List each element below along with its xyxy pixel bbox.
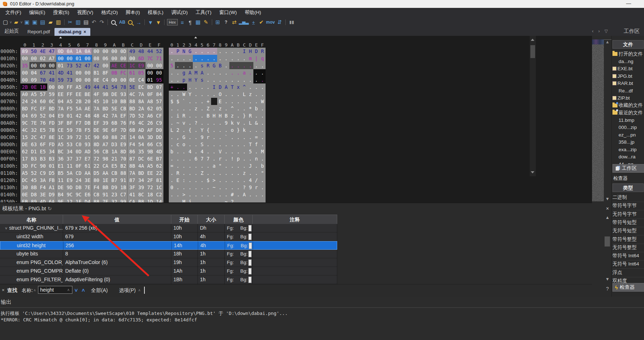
ascii-char[interactable]: . <box>253 91 259 98</box>
ascii-char[interactable]: A <box>241 191 247 198</box>
hex-byte[interactable]: E1 <box>56 162 65 169</box>
ascii-char[interactable]: M <box>181 198 187 202</box>
hex-byte[interactable]: 80 <box>92 177 101 184</box>
ascii-char[interactable]: . <box>217 184 223 191</box>
ascii-char[interactable]: . <box>211 69 217 76</box>
ascii-char[interactable]: . <box>193 112 199 119</box>
ascii-char[interactable]: H <box>217 112 223 119</box>
ascii-char[interactable]: . <box>175 76 181 83</box>
undo-icon[interactable]: ↶ <box>90 18 97 26</box>
find-options-button[interactable]: 选项(P) <box>119 287 136 294</box>
hex-byte[interactable]: 1E <box>74 198 83 202</box>
ascii-char[interactable]: . <box>175 184 181 191</box>
hex-byte[interactable]: 34 <box>137 177 146 184</box>
ascii-char[interactable]: > <box>181 191 187 198</box>
hex-byte[interactable]: 78 <box>119 83 128 91</box>
table-row[interactable]: ubyte bits818h1hFg:Bg: <box>0 250 337 258</box>
ascii-char[interactable]: E <box>175 177 181 184</box>
ascii-char[interactable]: . <box>193 162 199 169</box>
hex-byte[interactable]: 01 <box>47 162 56 169</box>
ascii-char[interactable]: . <box>211 55 217 62</box>
ascii-char[interactable]: . <box>259 76 266 83</box>
hex-byte[interactable]: 17 <box>20 155 29 162</box>
ascii-char[interactable]: . <box>229 91 235 98</box>
hex-byte[interactable]: 00 <box>119 76 128 83</box>
hex-byte[interactable]: 0F <box>74 162 83 169</box>
ascii-char[interactable]: I <box>211 83 217 91</box>
hex-byte[interactable]: FD <box>47 141 56 148</box>
ascii-char[interactable]: ` <box>181 98 187 105</box>
hex-byte[interactable]: C9 <box>38 169 47 177</box>
ascii-char[interactable]: x <box>235 83 241 91</box>
ascii-char[interactable]: . <box>229 184 235 191</box>
type-row-无符号 Int64[interactable]: 无符号 Int64 <box>612 260 644 269</box>
ascii-char[interactable]: . <box>175 105 181 112</box>
ascii-char[interactable]: . <box>211 148 217 155</box>
hex-byte[interactable]: B3 <box>47 155 56 162</box>
hex-byte[interactable]: 04 <box>29 69 38 76</box>
type-section-header[interactable]: 类型 <box>612 183 644 192</box>
hex-byte[interactable]: BD <box>101 105 110 112</box>
hex-byte[interactable]: 9D <box>65 184 74 191</box>
ascii-char[interactable]: m <box>247 55 253 62</box>
hex-byte[interactable]: 37 <box>74 155 83 162</box>
ascii-char[interactable]: . <box>229 48 235 55</box>
sidebar-item-11.bmp[interactable]: 11.bmp <box>612 117 644 124</box>
ascii-char[interactable]: . <box>229 98 235 105</box>
ascii-char[interactable]: W <box>181 91 187 98</box>
hex-byte[interactable]: 9C <box>65 191 74 198</box>
file-properties-icon[interactable]: ? <box>223 18 230 26</box>
disassembly-icon[interactable]: mov <box>266 18 275 26</box>
hex-byte[interactable]: E9 <box>137 62 146 69</box>
hex-byte[interactable]: 0F <box>146 91 154 98</box>
hex-byte[interactable]: 01 <box>74 55 83 62</box>
hex-byte[interactable]: DB <box>83 119 92 126</box>
hex-byte[interactable]: 72 <box>74 134 83 141</box>
hex-byte[interactable]: BC <box>56 148 65 155</box>
hex-byte[interactable]: A8 <box>146 98 154 105</box>
input-history-chevron-icon[interactable]: ˄ <box>67 288 70 292</box>
hex-byte[interactable]: FC <box>29 105 38 112</box>
ascii-char[interactable]: . <box>217 69 223 76</box>
ascii-char[interactable]: r <box>253 184 259 191</box>
type-row-浮点[interactable]: 浮点 <box>612 269 644 277</box>
ascii-char[interactable]: . <box>169 55 175 62</box>
hex-byte[interactable]: B1 <box>92 69 101 76</box>
menu-item-文件F[interactable]: 文件(F) <box>1 8 25 17</box>
ascii-char[interactable]: . <box>259 191 266 198</box>
ascii-char[interactable]: ! <box>229 155 235 162</box>
hex-byte[interactable]: 26 <box>146 119 154 126</box>
hex-byte[interactable]: 4D <box>38 198 47 202</box>
ascii-char[interactable]: . <box>253 148 259 155</box>
ascii-char[interactable]: . <box>187 55 193 62</box>
hex-byte[interactable]: 72 <box>92 155 101 162</box>
hex-byte[interactable]: 18 <box>146 191 154 198</box>
hex-byte[interactable]: 53 <box>65 141 74 148</box>
ascii-char[interactable]: . <box>199 98 205 105</box>
hex-byte[interactable]: 41 <box>47 69 56 76</box>
ascii-char[interactable]: . <box>199 162 205 169</box>
hex-byte[interactable]: 91 <box>119 177 128 184</box>
type-row-带符号 Int64[interactable]: 带符号 Int64 <box>612 252 644 260</box>
hex-byte[interactable]: 93 <box>83 141 92 148</box>
hex-byte[interactable]: 4F <box>92 91 101 98</box>
hex-byte[interactable]: FB <box>47 177 56 184</box>
scrollbar-thumb[interactable] <box>530 45 535 58</box>
hex-byte[interactable]: DC <box>20 177 29 184</box>
ascii-char[interactable]: + <box>205 98 211 105</box>
ascii-char[interactable]: . <box>235 134 241 141</box>
hex-byte[interactable]: 2C <box>29 134 38 141</box>
hex-byte[interactable]: C4 <box>101 76 110 83</box>
hex-byte[interactable]: 00 <box>92 48 101 55</box>
hex-byte[interactable]: CB <box>110 169 119 177</box>
ascii-char[interactable]: . <box>205 91 211 98</box>
ascii-char[interactable]: . <box>199 119 205 126</box>
ascii-char[interactable]: : <box>181 177 187 184</box>
ascii-char[interactable]: . <box>241 62 247 69</box>
hex-byte[interactable]: 41 <box>101 83 110 91</box>
ascii-char[interactable]: . <box>193 48 199 55</box>
menu-item-调试D[interactable]: 调试(D) <box>167 8 192 17</box>
ascii-char[interactable]: . <box>253 198 259 202</box>
hex-byte[interactable]: 30 <box>20 184 29 191</box>
hex-byte[interactable]: B3 <box>38 155 47 162</box>
